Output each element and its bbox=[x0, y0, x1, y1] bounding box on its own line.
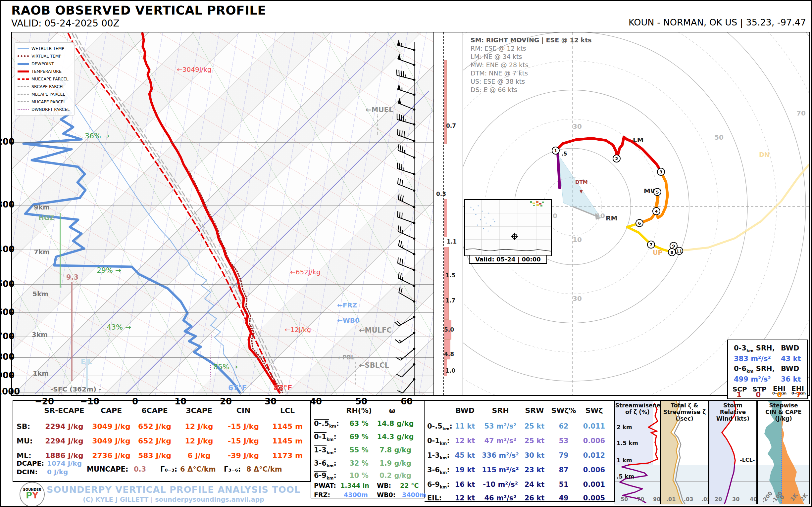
dcape-value: 1074 J/kg bbox=[47, 459, 82, 467]
wb-value: 22 °C bbox=[400, 482, 419, 489]
hodo-ring-label: 30 bbox=[572, 122, 582, 130]
barb-staff bbox=[398, 199, 414, 207]
legend-line-sample bbox=[17, 48, 29, 49]
panel-title: Streamwisenessof ζ (%) bbox=[615, 402, 660, 415]
stp-value: 0 bbox=[756, 391, 761, 399]
wind-barb-icon bbox=[398, 240, 415, 255]
barb-half-tick bbox=[404, 150, 405, 153]
panel-tick: 90 bbox=[653, 496, 660, 502]
panel-ylabel: 1.5 km bbox=[617, 440, 638, 446]
lapse-3-6-label: Γ₃₋₆: bbox=[224, 465, 241, 473]
panel-tick: 30 bbox=[732, 496, 740, 502]
isobar-line bbox=[12, 357, 434, 358]
legend-item-label: SBCAPE PARCEL bbox=[32, 84, 64, 89]
dgz-lapse-value: 9.3 bbox=[66, 273, 79, 281]
kinematics-cell: 79 bbox=[559, 451, 568, 459]
bwd-0-6-value: 36 kt bbox=[781, 375, 801, 383]
barb-half-tick bbox=[402, 230, 402, 233]
mini-panel-0: Streamwisenessof ζ (%)2 km1.5 km1 km.5 k… bbox=[615, 400, 660, 504]
pressure-tick-mark bbox=[9, 205, 13, 206]
kinematics-cell: 30 kt bbox=[524, 451, 545, 459]
wb0-value: 3400m bbox=[402, 491, 426, 498]
moisture-row-label: 3-6km: bbox=[314, 459, 337, 468]
hodo-vector-label: RM bbox=[606, 214, 617, 222]
kinematics-row-label: 6-9km: bbox=[427, 481, 450, 490]
legend-item-label: MUECAPE PARCEL bbox=[32, 76, 68, 81]
wb0-annotation: ←WB0 bbox=[337, 317, 360, 324]
kinematics-cell: 62 bbox=[559, 422, 568, 430]
srh-0-6-label: 0-6km SRH, bbox=[734, 365, 775, 374]
thermo-header: CAPE bbox=[101, 406, 122, 415]
temp-tick: −20 bbox=[35, 396, 54, 406]
frz-label: FRZ: bbox=[314, 491, 330, 498]
barb-full-tick bbox=[401, 241, 402, 247]
map-valid-label: Valid: 05-24 | 00:00 bbox=[469, 255, 547, 264]
wb0-label: WB0: bbox=[377, 491, 395, 498]
legend-line-sample bbox=[17, 70, 29, 72]
wind-barb-icon bbox=[397, 69, 416, 81]
legend-item-label: MLCAPE PARCEL bbox=[32, 92, 65, 97]
wind-barb-icon bbox=[398, 193, 415, 209]
barb-full-tick bbox=[404, 131, 404, 137]
mixing-ratio-value: 1.9 g/kg bbox=[379, 459, 411, 467]
hodograph-info-line: RM: ESE @ 12 kts bbox=[470, 45, 526, 52]
rh-header: RH(%) bbox=[346, 406, 372, 415]
hodo-height-marker-number: 11 bbox=[676, 248, 682, 253]
hodo-vector-label: LM bbox=[633, 136, 644, 144]
legend-item: SBCAPE PARCEL bbox=[17, 83, 72, 90]
kinematics-cell: 0.001 bbox=[583, 481, 605, 489]
kinematics-cell: 25 kt bbox=[524, 422, 545, 430]
pressure-tick-mark bbox=[9, 312, 13, 313]
lcl-marker-label: -LCL- bbox=[740, 457, 755, 463]
kinematics-cell: 24 kt bbox=[524, 481, 545, 489]
mulfc-annotation: ←MULFC bbox=[359, 326, 392, 334]
wind-barb-icon bbox=[398, 258, 415, 271]
srh-0-3-value: 383 m²/s² bbox=[734, 355, 771, 363]
thermo-cell: -15 J/kg bbox=[228, 437, 259, 445]
thermo-row-label: ML: bbox=[16, 451, 32, 460]
bwd-0-3-label: BWD bbox=[781, 344, 799, 352]
thermo-header: SR-ECAPE bbox=[44, 406, 84, 415]
wind-barb-column bbox=[394, 40, 415, 395]
mini-panel-3: StepwiseCIN & CAPE(J/kg)-200-10001K2K bbox=[757, 400, 810, 504]
barb-full-tick bbox=[398, 258, 398, 264]
barb-staff bbox=[398, 231, 414, 239]
panel-title: Total ζ &Streamwise ζ(/sec) bbox=[661, 402, 708, 422]
barb-staff bbox=[397, 168, 414, 174]
omega-strip: 0.70.31.11.51.75.04.81.0 bbox=[434, 32, 463, 396]
dcape-label: DCAPE: bbox=[16, 459, 44, 467]
isobar-line bbox=[12, 313, 434, 313]
hodo-height-marker-number: 7 bbox=[649, 242, 652, 247]
hodo-height-marker-number: 6 bbox=[638, 221, 641, 226]
rh-annotation: 29% → bbox=[97, 266, 121, 274]
wind-barb-icon bbox=[399, 287, 415, 303]
moisture-row-label: 0-1km: bbox=[314, 433, 337, 442]
temp-tick: 0 bbox=[132, 396, 138, 406]
hodograph-info-line: SM: RIGHT MOVING | ESE @ 12 kts bbox=[470, 37, 592, 44]
barb-half-tick bbox=[403, 245, 403, 248]
thermo-row-label: MU: bbox=[16, 437, 33, 445]
legend-line-sample bbox=[17, 86, 29, 87]
pressure-tick-mark bbox=[9, 392, 13, 393]
isobar-line bbox=[12, 142, 434, 143]
lapse-0-3-label: Γ₀₋₃: bbox=[160, 465, 177, 473]
panel-tick: 70 bbox=[637, 496, 644, 502]
hodo-trace-3-6km bbox=[640, 172, 668, 223]
barb-full-tick bbox=[400, 259, 400, 265]
height-label: 5km bbox=[33, 290, 48, 298]
isobar-line bbox=[12, 376, 434, 376]
thermo-cell: 3049 J/kg bbox=[92, 437, 131, 445]
pressure-tick-mark bbox=[9, 142, 13, 143]
thermo-header: LCL bbox=[280, 406, 295, 415]
wind-barb-icon bbox=[396, 348, 416, 360]
barb-full-tick bbox=[398, 272, 399, 278]
pressure-tick-mark bbox=[9, 249, 13, 250]
barb-full-tick bbox=[398, 240, 400, 245]
hgz-label: HGZ bbox=[38, 214, 54, 222]
hodo-ring-label: 10 bbox=[572, 236, 582, 243]
surface-dewpoint-label: 67°F bbox=[228, 384, 247, 392]
hodo-vector-label: UP bbox=[653, 249, 662, 256]
thermo-cell: 1145 m bbox=[272, 422, 303, 431]
hodograph-info-line: US: ESE @ 38 kts bbox=[470, 78, 525, 85]
isobar-line bbox=[12, 337, 434, 337]
